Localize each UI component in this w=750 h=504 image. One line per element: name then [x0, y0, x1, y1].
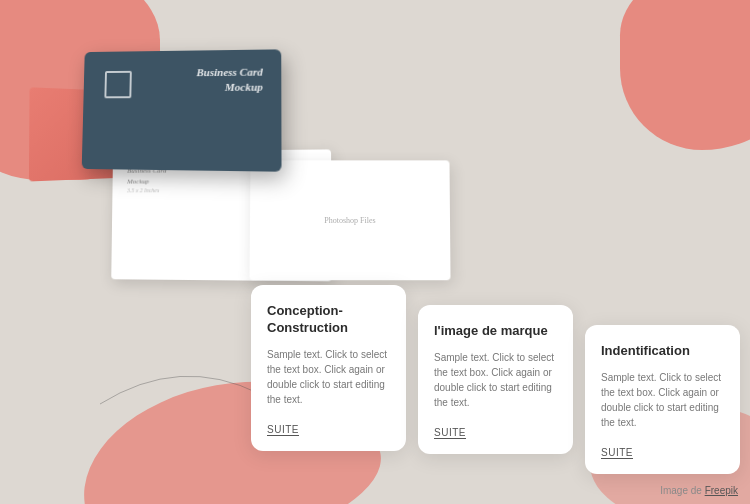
card-logo: [104, 71, 131, 98]
card-small-text: Business Card Mockup 3.5 x 2 Inches: [127, 166, 167, 196]
attribution-link[interactable]: Freepik: [705, 485, 738, 496]
business-card-white-right: Photoshop Files: [249, 160, 450, 280]
attribution: Image de Freepik: [660, 485, 738, 496]
card-2-link[interactable]: SUITE: [434, 427, 466, 439]
background: Business Card Mockup 3.5 x 2 Inches Phot…: [0, 0, 750, 504]
info-card-3: Indentification Sample text. Click to se…: [585, 325, 740, 474]
card-1-title: Conception-Construction: [267, 303, 390, 337]
attribution-prefix: Image de: [660, 485, 702, 496]
business-card-main: Business Card Mockup: [82, 49, 282, 171]
mockup-area: Business Card Mockup 3.5 x 2 Inches Phot…: [30, 30, 410, 310]
card-3-title: Indentification: [601, 343, 724, 360]
card-3-body: Sample text. Click to select the text bo…: [601, 370, 724, 430]
info-card-1: Conception-Construction Sample text. Cli…: [251, 285, 406, 451]
card-1-link[interactable]: SUITE: [267, 424, 299, 436]
card-2-body: Sample text. Click to select the text bo…: [434, 350, 557, 410]
card-1-body: Sample text. Click to select the text bo…: [267, 347, 390, 407]
info-card-2: l'image de marque Sample text. Click to …: [418, 305, 573, 454]
card-title: Business Card Mockup: [196, 65, 262, 96]
card-3-link[interactable]: SUITE: [601, 447, 633, 459]
card-2-title: l'image de marque: [434, 323, 557, 340]
card-right-label: Photoshop Files: [324, 216, 375, 225]
decorative-shape-top-right: [620, 0, 750, 150]
info-cards-container: Conception-Construction Sample text. Cli…: [251, 285, 740, 474]
